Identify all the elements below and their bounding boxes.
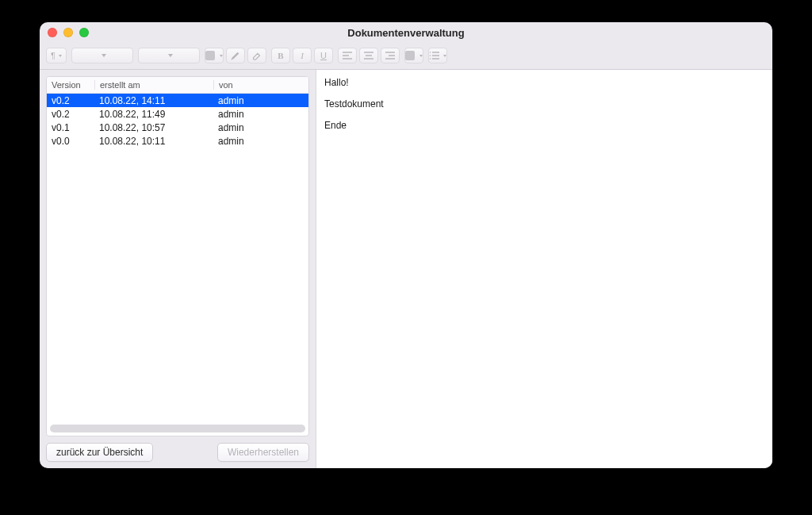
align-left-button[interactable] xyxy=(338,48,357,63)
clear-format-button[interactable] xyxy=(247,48,266,63)
minimize-window-button[interactable] xyxy=(63,28,73,37)
cell-created: 10.08.22, 10:57 xyxy=(94,122,213,133)
document-preview: Hallo!TestdokumentEnde xyxy=(316,70,772,468)
svg-point-2 xyxy=(430,58,431,60)
align-center-icon xyxy=(363,51,374,60)
cell-by: admin xyxy=(213,109,308,120)
content-area: Version erstellt am von v0.210.08.22, 14… xyxy=(40,70,772,468)
list-style-button[interactable] xyxy=(428,48,447,63)
underline-button[interactable]: U xyxy=(314,48,333,63)
back-button[interactable]: zurück zur Übersicht xyxy=(46,443,153,462)
cell-created: 10.08.22, 14:11 xyxy=(94,95,213,106)
cell-by: admin xyxy=(213,122,308,133)
table-row[interactable]: v0.110.08.22, 10:57admin xyxy=(47,121,308,134)
document-content: Hallo!TestdokumentEnde xyxy=(324,76,764,132)
text-color-button[interactable] xyxy=(205,48,224,63)
align-left-icon xyxy=(342,51,353,60)
col-version-header[interactable]: Version xyxy=(47,80,94,90)
cell-created: 10.08.22, 10:11 xyxy=(94,136,213,147)
align-center-button[interactable] xyxy=(359,48,378,63)
horizontal-scrollbar[interactable] xyxy=(50,425,305,432)
zoom-window-button[interactable] xyxy=(79,28,89,37)
cell-version: v0.2 xyxy=(47,109,94,120)
color-swatch-icon xyxy=(205,51,215,60)
document-line: Testdokument xyxy=(324,98,764,111)
titlebar: Dokumentenverwaltung xyxy=(40,22,772,44)
table-header: Version erstellt am von xyxy=(47,77,308,94)
window-title: Dokumentenverwaltung xyxy=(347,27,464,39)
table-body: v0.210.08.22, 14:11adminv0.210.08.22, 11… xyxy=(47,94,308,425)
table-row[interactable]: v0.010.08.22, 10:11admin xyxy=(47,134,308,148)
document-line: Hallo! xyxy=(324,76,764,90)
document-line: Ende xyxy=(324,119,764,133)
highlighter-icon xyxy=(230,50,241,61)
close-window-button[interactable] xyxy=(48,28,57,37)
paragraph-direction-select[interactable]: ¶ xyxy=(46,48,67,63)
pilcrow-icon: ¶ xyxy=(51,51,56,60)
svg-point-0 xyxy=(430,52,431,53)
eraser-icon xyxy=(251,50,262,61)
window-controls xyxy=(48,28,89,37)
italic-button[interactable]: I xyxy=(293,48,312,63)
highlight-button[interactable] xyxy=(226,48,245,63)
align-right-icon xyxy=(385,51,396,60)
cell-version: v0.1 xyxy=(47,122,94,133)
cell-version: v0.2 xyxy=(47,95,94,106)
cell-by: admin xyxy=(213,95,308,106)
svg-point-1 xyxy=(430,55,431,56)
versions-pane: Version erstellt am von v0.210.08.22, 14… xyxy=(40,70,316,468)
app-window: Dokumentenverwaltung ¶ B I U xyxy=(40,22,772,468)
table-row[interactable]: v0.210.08.22, 14:11admin xyxy=(47,94,308,107)
cell-version: v0.0 xyxy=(47,136,94,147)
color-swatch-icon xyxy=(405,51,415,60)
cell-by: admin xyxy=(213,136,308,147)
align-right-button[interactable] xyxy=(381,48,400,63)
font-family-select[interactable] xyxy=(71,48,133,63)
versions-table: Version erstellt am von v0.210.08.22, 14… xyxy=(46,76,309,436)
table-row[interactable]: v0.210.08.22, 11:49admin xyxy=(47,107,308,121)
action-buttons: zurück zur Übersicht Wiederherstellen xyxy=(46,443,309,462)
restore-button[interactable]: Wiederherstellen xyxy=(217,443,309,462)
list-icon xyxy=(429,51,440,60)
fill-color-button[interactable] xyxy=(404,48,423,63)
font-size-select[interactable] xyxy=(138,48,200,63)
col-by-header[interactable]: von xyxy=(213,80,308,90)
cell-created: 10.08.22, 11:49 xyxy=(94,109,213,120)
formatting-toolbar: ¶ B I U xyxy=(40,44,772,70)
bold-button[interactable]: B xyxy=(271,48,290,63)
col-created-header[interactable]: erstellt am xyxy=(94,80,213,90)
